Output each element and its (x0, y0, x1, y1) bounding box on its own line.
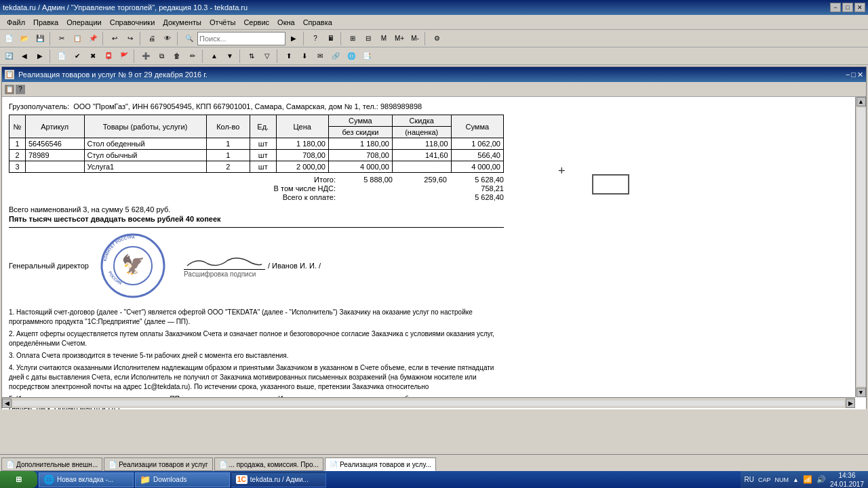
search-input[interactable] (197, 32, 285, 45)
minimize-btn[interactable]: − (830, 3, 841, 12)
tb-save[interactable]: 💾 (33, 31, 47, 46)
col-article: Артикул (26, 115, 85, 138)
doc-minimize-btn[interactable]: − (846, 70, 850, 79)
systray-caps: CAP (758, 476, 771, 483)
tb2-link[interactable]: 🔗 (328, 49, 343, 64)
tb2-doc[interactable]: 📄 (54, 49, 69, 64)
scroll-left-btn[interactable]: ◀ (2, 399, 12, 408)
signature-drawing (184, 253, 265, 268)
tb2-forward[interactable]: ▶ (33, 49, 47, 64)
legal-text-section: 1. Настоящий счет-договор (далее - "Счет… (9, 308, 504, 409)
tb-cut[interactable]: ✂ (54, 31, 69, 46)
scroll-up-btn[interactable]: ▲ (856, 97, 866, 106)
tb-undo[interactable]: ↩ (107, 31, 122, 46)
window-controls: − □ ✕ (830, 3, 865, 12)
menu-references[interactable]: Справочники (106, 17, 159, 28)
sig-block: / Иванов И. И. / Расшифровка подписи (184, 253, 321, 278)
h-scrollbar[interactable]: ◀ ▶ (2, 397, 855, 408)
tb2-flag[interactable]: 🚩 (117, 49, 132, 64)
tekdata-label: tekdata.ru / Адми... (250, 476, 309, 483)
menu-edit[interactable]: Правка (29, 17, 62, 28)
tb-extra[interactable]: ⚙ (429, 31, 444, 46)
taskbar-item-chrome[interactable]: 🌐 Новая вкладка -... (39, 472, 134, 487)
stamp-svg: 🦅 КОМИТЕТ РОССТРА РОССИЯ (99, 232, 167, 300)
systray-arrow[interactable]: ▲ (793, 476, 799, 483)
toolbar2: 🔄 ◀ ▶ 📄 ✔ ✖ 📮 🚩 ➕ ⧉ 🗑 ✏ ▲ ▼ ⇅ ▽ ⬆ ⬇ ✉ 🔗 … (0, 47, 868, 65)
tb-redo[interactable]: ↪ (123, 31, 138, 46)
col-qty: Кол-во (206, 115, 250, 138)
tb-print[interactable]: 🖨 (144, 31, 159, 46)
systray-num: NUM (775, 476, 789, 483)
totals-section: Итого: 5 888,00 259,60 5 628,40 В том чи… (9, 176, 504, 201)
tb2-up[interactable]: ▲ (207, 49, 222, 64)
v-scrollbar[interactable]: ▲ ▼ (855, 97, 866, 397)
table-row: 2 78989 Стул обычный 1 шт 708,00 708,00 … (9, 150, 504, 161)
tb-preview[interactable]: 👁 (160, 31, 175, 46)
tb2-edit[interactable]: ✏ (185, 49, 200, 64)
status-tab-3[interactable]: 📄 Реализация товаров и услу... (325, 458, 436, 471)
tb-new[interactable]: 📄 (1, 31, 16, 46)
tb2-world[interactable]: 🌐 (344, 49, 359, 64)
tb-paste[interactable]: 📌 (85, 31, 100, 46)
tb-copy[interactable]: 📋 (70, 31, 85, 46)
nds-label: В том числе НДС: (205, 184, 341, 192)
taskbar-item-downloads[interactable]: 📁 Downloads (135, 472, 230, 487)
tb-find[interactable]: 🔍 (182, 31, 197, 46)
menu-documents[interactable]: Документы (159, 17, 205, 28)
table-row: 1 56456546 Стол обеденный 1 шт 1 180,00 … (9, 138, 504, 150)
taskbar-item-tekdata[interactable]: 1C tekdata.ru / Адми... (231, 472, 326, 487)
scroll-down-btn[interactable]: ▼ (856, 388, 866, 397)
tb2-pdf[interactable]: 📑 (359, 49, 374, 64)
tb2-filter[interactable]: ▽ (260, 49, 275, 64)
sep5 (303, 32, 306, 45)
doc-help-icon: ? (16, 85, 25, 94)
tb2-check[interactable]: ✔ (70, 49, 85, 64)
v-scroll-track (857, 108, 865, 386)
sep1 (50, 32, 52, 45)
sep12 (277, 49, 279, 63)
restore-btn[interactable]: □ (842, 3, 853, 12)
tb2-import[interactable]: ⬇ (297, 49, 312, 64)
tb2-export[interactable]: ⬆ (281, 49, 296, 64)
menu-help[interactable]: Справка (299, 17, 336, 28)
tb2-copy2[interactable]: ⧉ (154, 49, 169, 64)
tb2-del[interactable]: 🗑 (170, 49, 184, 64)
tb-calc[interactable]: 🖩 (323, 31, 338, 46)
tb2-add[interactable]: ➕ (138, 49, 153, 64)
menu-windows[interactable]: Окна (273, 17, 299, 28)
start-button[interactable]: ⊞ (0, 471, 37, 488)
tb-b1[interactable]: ⊞ (345, 31, 360, 46)
menu-file[interactable]: Файл (3, 17, 29, 28)
status-tab-0[interactable]: 📄 Дополнительные внешн... (1, 458, 102, 471)
status-tab-2[interactable]: 📄 ... продажа, комиссия. Про... (214, 458, 323, 471)
tb2-x[interactable]: ✖ (85, 49, 100, 64)
tb2-post[interactable]: 📮 (101, 49, 116, 64)
menu-service[interactable]: Сервис (239, 17, 273, 28)
tab0-icon: 📄 (6, 461, 14, 468)
tb2-sort[interactable]: ⇅ (244, 49, 259, 64)
doc-content[interactable]: Грузополучатель: ООО "ПромГаз", ИНН 6679… (2, 97, 866, 409)
toolbar1: 📄 📂 💾 ✂ 📋 📌 ↩ ↪ 🖨 👁 🔍 ▶ ? 🖩 ⊞ ⊟ M M+ M- … (0, 30, 868, 47)
doc-restore-btn[interactable]: □ (851, 70, 856, 79)
tb2-down[interactable]: ▼ (222, 49, 237, 64)
tb-b4[interactable]: M+ (392, 31, 407, 46)
tb-b3[interactable]: M (376, 31, 391, 46)
svg-text:🦅: 🦅 (121, 253, 144, 276)
tb-b5[interactable]: M- (408, 31, 422, 46)
director-label: Генеральный директор (9, 262, 89, 270)
tb2-back[interactable]: ◀ (17, 49, 32, 64)
legal-p4: 4. Услуги считаются оказанными Исполните… (9, 363, 504, 392)
tb-help[interactable]: ? (308, 31, 323, 46)
close-btn[interactable]: ✕ (854, 3, 865, 12)
tb2-email[interactable]: ✉ (313, 49, 328, 64)
tb-search-go[interactable]: ▶ (286, 31, 301, 46)
menu-reports[interactable]: Отчёты (205, 17, 239, 28)
tb-b2[interactable]: ⊟ (361, 31, 376, 46)
tb2-refresh[interactable]: 🔄 (1, 49, 16, 64)
doc-close-btn[interactable]: ✕ (857, 70, 863, 79)
tb-open[interactable]: 📂 (17, 31, 32, 46)
menu-operations[interactable]: Операции (62, 17, 105, 28)
scroll-right-btn[interactable]: ▶ (846, 399, 855, 408)
taskbar: ⊞ 🌐 Новая вкладка -... 📁 Downloads 1C te… (0, 471, 868, 488)
status-tab-1[interactable]: 📄 Реализации товаров и услуг (104, 458, 212, 471)
